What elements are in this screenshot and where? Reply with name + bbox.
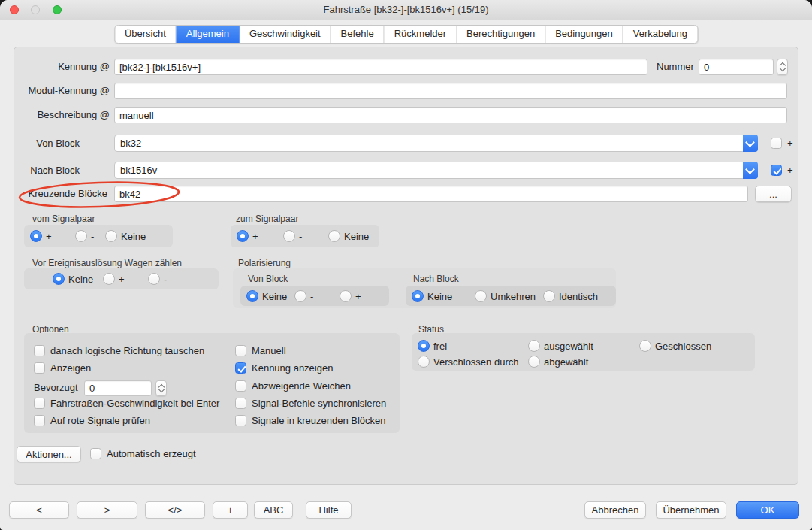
checkbox-icon[interactable]	[235, 380, 246, 392]
radio-icon[interactable]	[328, 230, 340, 242]
wagen-zaehlen-option-keine[interactable]: Keine	[53, 273, 93, 285]
radio-icon[interactable]	[639, 340, 651, 352]
chevron-down-icon[interactable]	[743, 135, 758, 152]
checkbox-icon[interactable]	[771, 165, 782, 176]
chevron-down-icon[interactable]	[743, 162, 758, 179]
tab-uebersicht[interactable]: Übersicht	[115, 26, 177, 43]
bevorzugt-stepper[interactable]	[155, 380, 167, 396]
vom-signalpaar-option-plus[interactable]: +	[30, 230, 52, 242]
checkbox-icon[interactable]	[34, 345, 45, 356]
checkbox-icon[interactable]	[235, 345, 246, 356]
checkbox-label: Abzweigende Weichen	[252, 380, 351, 392]
zum-signalpaar-option-minus[interactable]: -	[283, 230, 302, 242]
checkbox-label: Automatisch erzeugt	[107, 448, 196, 459]
ok-button[interactable]: OK	[736, 501, 799, 519]
option-richtung-tauschen[interactable]: danach logische Richtung tauschen	[34, 345, 204, 356]
checkbox-icon[interactable]	[34, 362, 45, 374]
hilfe-button[interactable]: Hilfe	[306, 501, 352, 519]
checkbox-icon[interactable]	[34, 415, 45, 426]
status-option-verschlossen-durch[interactable]: Verschlossen durch	[418, 356, 518, 368]
radio-icon[interactable]	[294, 290, 306, 302]
checkbox-icon[interactable]	[235, 398, 246, 409]
uebernehmen-button[interactable]: Übernehmen	[656, 501, 726, 519]
nummer-input[interactable]	[699, 59, 774, 75]
checkbox-icon[interactable]	[235, 362, 246, 374]
wagen-zaehlen-option-plus[interactable]: +	[103, 273, 125, 285]
aktionen-button[interactable]: Aktionen...	[17, 446, 81, 462]
polarisierung-nach-option-identisch[interactable]: Identisch	[543, 290, 598, 302]
vom-signalpaar-label: vom Signalpaar	[32, 214, 95, 224]
radio-icon[interactable]	[412, 290, 424, 302]
abbrechen-button[interactable]: Abbrechen	[584, 501, 646, 519]
von-block-plus-option[interactable]: +	[771, 138, 793, 149]
radio-icon[interactable]	[105, 230, 117, 242]
modul-kennung-input[interactable]	[114, 83, 787, 99]
radio-icon[interactable]	[418, 356, 430, 368]
checkbox-icon[interactable]	[771, 138, 782, 149]
option-rote-signale[interactable]: Auf rote Signale prüfen	[34, 415, 150, 426]
kreuzende-bloecke-input[interactable]	[114, 186, 748, 202]
tab-geschwindigkeit[interactable]: Geschwindigkeit	[240, 26, 331, 43]
nav-add-button[interactable]: +	[213, 501, 248, 519]
option-signale-kreuzende-bloecke[interactable]: Signale in kreuzenden Blöcken	[235, 415, 386, 426]
bevorzugt-input[interactable]	[84, 380, 152, 396]
nav-abc-button[interactable]: ABC	[254, 501, 293, 519]
nav-prev-button[interactable]: <	[9, 501, 69, 519]
radio-icon[interactable]	[283, 230, 295, 242]
vom-signalpaar-option-minus[interactable]: -	[75, 230, 94, 242]
polarisierung-von-option-keine[interactable]: Keine	[246, 290, 287, 302]
tab-berechtigungen[interactable]: Berechtigungen	[457, 26, 545, 43]
nummer-stepper[interactable]	[777, 59, 788, 75]
nav-code-button[interactable]: </>	[145, 501, 205, 519]
status-option-abgewaehlt[interactable]: abgewählt	[528, 356, 588, 368]
nach-block-plus-option[interactable]: +	[771, 165, 793, 176]
checkbox-icon[interactable]	[235, 415, 246, 426]
wagen-zaehlen-option-minus[interactable]: -	[148, 273, 167, 285]
checkbox-icon[interactable]	[34, 398, 45, 409]
tab-befehle[interactable]: Befehle	[331, 26, 385, 43]
radio-icon[interactable]	[148, 273, 160, 285]
von-block-combo[interactable]: bk32	[114, 135, 758, 152]
radio-icon[interactable]	[237, 230, 249, 242]
polarisierung-von-option-minus[interactable]: -	[294, 290, 313, 302]
beschreibung-input[interactable]	[114, 107, 787, 123]
option-signal-befehle-sync[interactable]: Signal-Befehle synchronisieren	[235, 398, 386, 409]
polarisierung-von-option-plus[interactable]: +	[340, 290, 361, 302]
checkbox-icon[interactable]	[90, 448, 101, 459]
option-abzweigende-weichen[interactable]: Abzweigende Weichen	[235, 380, 351, 392]
tab-bedingungen[interactable]: Bedingungen	[545, 26, 623, 43]
polarisierung-nach-option-keine[interactable]: Keine	[412, 290, 452, 302]
option-anzeigen[interactable]: Anzeigen	[34, 362, 91, 374]
radio-icon[interactable]	[528, 340, 540, 352]
kreuzende-bloecke-browse-button[interactable]: ...	[755, 186, 792, 202]
radio-icon[interactable]	[103, 273, 115, 285]
radio-icon[interactable]	[475, 290, 487, 302]
status-option-geschlossen[interactable]: Geschlossen	[639, 340, 711, 352]
nav-next-button[interactable]: >	[77, 501, 137, 519]
tab-allgemein[interactable]: Allgemein	[177, 26, 240, 43]
radio-icon[interactable]	[53, 273, 65, 285]
radio-icon[interactable]	[418, 340, 430, 352]
title-bar[interactable]: Fahrstraße [bk32-]-[bk1516v+] (15/19)	[0, 0, 812, 20]
kennung-input[interactable]	[114, 59, 647, 75]
vom-signalpaar-option-keine[interactable]: Keine	[105, 230, 146, 242]
tab-verkabelung[interactable]: Verkabelung	[623, 26, 697, 43]
option-geschwindigkeit-bei-enter[interactable]: Fahrstraßen-Geschwindigkeit bei Enter	[34, 398, 219, 409]
tab-rueckmelder[interactable]: Rückmelder	[385, 26, 457, 43]
radio-icon[interactable]	[543, 290, 555, 302]
option-kennung-anzeigen[interactable]: Kennung anzeigen	[235, 362, 333, 374]
zum-signalpaar-option-plus[interactable]: +	[237, 230, 258, 242]
status-option-ausgewaehlt[interactable]: ausgewählt	[528, 340, 593, 352]
zum-signalpaar-option-keine[interactable]: Keine	[328, 230, 369, 242]
radio-icon[interactable]	[246, 290, 258, 302]
radio-icon[interactable]	[30, 230, 42, 242]
radio-icon[interactable]	[75, 230, 87, 242]
nach-block-combo[interactable]: bk1516v	[114, 162, 758, 179]
radio-icon[interactable]	[528, 356, 540, 368]
polarisierung-nach-option-umkehren[interactable]: Umkehren	[475, 290, 536, 302]
option-automatisch-erzeugt[interactable]: Automatisch erzeugt	[90, 448, 196, 459]
option-label: +	[119, 274, 125, 285]
option-manuell[interactable]: Manuell	[235, 345, 286, 356]
radio-icon[interactable]	[340, 290, 352, 302]
status-option-frei[interactable]: frei	[418, 340, 447, 352]
